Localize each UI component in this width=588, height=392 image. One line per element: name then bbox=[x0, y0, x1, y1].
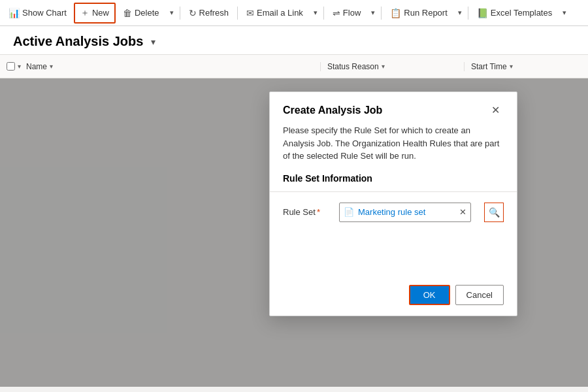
search-icon: 🔍 bbox=[489, 207, 500, 218]
divider-3 bbox=[323, 7, 324, 20]
ok-button[interactable]: OK bbox=[409, 285, 450, 305]
toolbar: 📊 Show Chart ＋ New 🗑 Delete ▾ ↻ Refresh … bbox=[0, 0, 588, 26]
rule-set-field: Rule Set* 📄 Marketing rule set ✕ 🔍 bbox=[270, 203, 517, 235]
select-all-col: ▾ bbox=[7, 62, 26, 71]
email-link-button[interactable]: ✉ Email a Link bbox=[240, 4, 309, 22]
email-icon: ✉ bbox=[246, 8, 254, 18]
create-analysis-job-dialog: Create Analysis Job ✕ Please specify the… bbox=[269, 91, 517, 316]
record-icon: 📄 bbox=[340, 207, 358, 217]
name-sort-arrow: ▾ bbox=[18, 63, 21, 70]
delete-button[interactable]: 🗑 Delete bbox=[117, 4, 165, 22]
show-chart-button[interactable]: 📊 Show Chart bbox=[3, 4, 73, 22]
start-sort-icon: ▾ bbox=[510, 63, 513, 70]
status-sort-icon: ▾ bbox=[382, 63, 385, 70]
dialog-footer: OK Cancel bbox=[270, 274, 517, 316]
refresh-button[interactable]: ↻ Refresh bbox=[183, 4, 235, 22]
dialog-section-title: Rule Set Information bbox=[270, 173, 517, 191]
flow-dropdown[interactable]: ▾ bbox=[368, 5, 378, 21]
run-report-icon: 📋 bbox=[390, 8, 401, 18]
required-indicator: * bbox=[317, 207, 320, 217]
dialog-section-divider bbox=[270, 191, 517, 192]
run-report-dropdown[interactable]: ▾ bbox=[455, 5, 465, 21]
rule-set-clear-button[interactable]: ✕ bbox=[455, 207, 470, 217]
show-chart-icon: 📊 bbox=[8, 8, 20, 18]
delete-icon: 🗑 bbox=[123, 8, 132, 18]
dialog-close-button[interactable]: ✕ bbox=[487, 103, 504, 118]
divider-4 bbox=[381, 7, 382, 20]
name-column-header[interactable]: Name ▾ bbox=[26, 62, 320, 71]
select-all-checkbox[interactable] bbox=[7, 62, 15, 71]
new-button[interactable]: ＋ New bbox=[74, 3, 116, 24]
rule-set-value[interactable]: Marketing rule set bbox=[358, 207, 455, 217]
email-dropdown[interactable]: ▾ bbox=[310, 5, 321, 21]
page-header: Active Analysis Jobs ▾ bbox=[0, 26, 588, 55]
dialog-title: Create Analysis Job bbox=[283, 105, 382, 116]
rule-set-search-button[interactable]: 🔍 bbox=[484, 203, 504, 222]
delete-dropdown[interactable]: ▾ bbox=[167, 5, 177, 21]
divider-5 bbox=[468, 7, 468, 20]
status-column-header[interactable]: Status Reason ▾ bbox=[320, 62, 464, 71]
new-icon: ＋ bbox=[80, 7, 90, 19]
page-title-dropdown[interactable]: ▾ bbox=[151, 37, 155, 47]
divider-1 bbox=[180, 7, 180, 20]
excel-icon: 📗 bbox=[477, 8, 488, 18]
rule-set-label: Rule Set* bbox=[283, 207, 329, 217]
run-report-button[interactable]: 📋 Run Report bbox=[384, 4, 453, 22]
refresh-icon: ↻ bbox=[189, 8, 197, 18]
flow-button[interactable]: ⇌ Flow bbox=[327, 4, 367, 22]
page-title: Active Analysis Jobs bbox=[13, 34, 143, 49]
dialog-header: Create Analysis Job ✕ bbox=[270, 92, 517, 124]
main-content: Create Analysis Job ✕ Please specify the… bbox=[0, 78, 588, 387]
excel-dropdown[interactable]: ▾ bbox=[559, 5, 570, 21]
rule-set-input-wrap: 📄 Marketing rule set ✕ bbox=[339, 203, 471, 222]
dialog-description: Please specify the Rule Set for which to… bbox=[270, 124, 517, 173]
cancel-button[interactable]: Cancel bbox=[455, 285, 504, 305]
start-column-header[interactable]: Start Time ▾ bbox=[464, 62, 581, 71]
divider-2 bbox=[237, 7, 238, 20]
name-sort-icon: ▾ bbox=[50, 63, 53, 70]
excel-templates-button[interactable]: 📗 Excel Templates bbox=[471, 4, 558, 22]
flow-icon: ⇌ bbox=[333, 8, 340, 18]
column-headers: ▾ Name ▾ Status Reason ▾ Start Time ▾ bbox=[0, 55, 588, 78]
